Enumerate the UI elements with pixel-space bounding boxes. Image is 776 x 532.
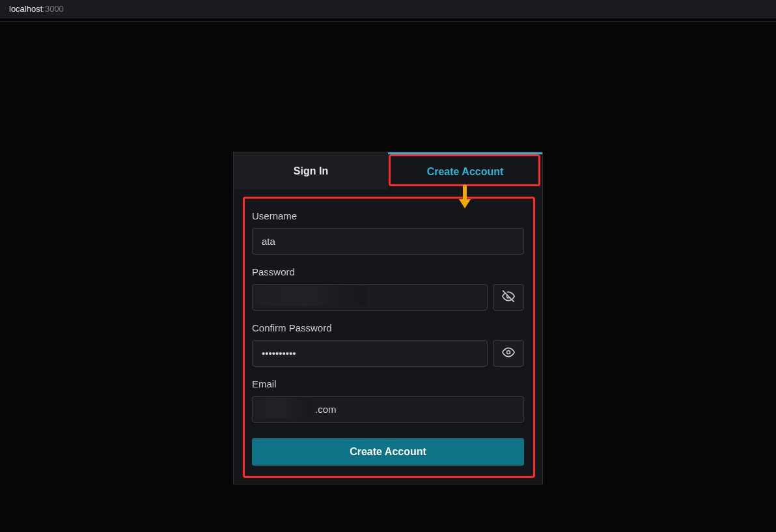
- tab-signin[interactable]: Sign In: [234, 152, 388, 189]
- create-account-button[interactable]: Create Account: [252, 438, 524, 466]
- stage: Sign In Create Account Username Password: [0, 21, 776, 532]
- eye-icon: [502, 346, 515, 361]
- tab-signin-label: Sign In: [294, 165, 328, 177]
- email-label: Email: [252, 378, 524, 389]
- field-username: Username: [252, 210, 524, 255]
- email-input[interactable]: [252, 396, 524, 423]
- toggle-confirm-visibility[interactable]: [493, 340, 524, 367]
- password-input[interactable]: [252, 284, 488, 311]
- eye-off-icon: [502, 290, 515, 305]
- address-host: localhost: [9, 4, 42, 14]
- tab-create-label: Create Account: [427, 166, 504, 178]
- confirm-password-input[interactable]: [252, 340, 488, 367]
- svg-point-1: [507, 350, 510, 354]
- username-label: Username: [252, 210, 524, 221]
- auth-card: Sign In Create Account Username Password: [233, 152, 543, 484]
- tab-create-account[interactable]: Create Account: [388, 152, 542, 189]
- username-input[interactable]: [252, 228, 524, 255]
- auth-tabs: Sign In Create Account: [234, 152, 542, 189]
- create-account-form: Username Password: [234, 189, 542, 484]
- password-label: Password: [252, 266, 524, 277]
- address-bar[interactable]: localhost:3000: [0, 0, 776, 18]
- field-email: Email: [252, 378, 524, 423]
- address-port: :3000: [42, 4, 64, 14]
- create-account-button-label: Create Account: [350, 446, 426, 457]
- field-password: Password: [252, 266, 524, 311]
- field-confirm-password: Confirm Password: [252, 322, 524, 367]
- confirm-password-label: Confirm Password: [252, 322, 524, 333]
- toggle-password-visibility[interactable]: [493, 284, 524, 311]
